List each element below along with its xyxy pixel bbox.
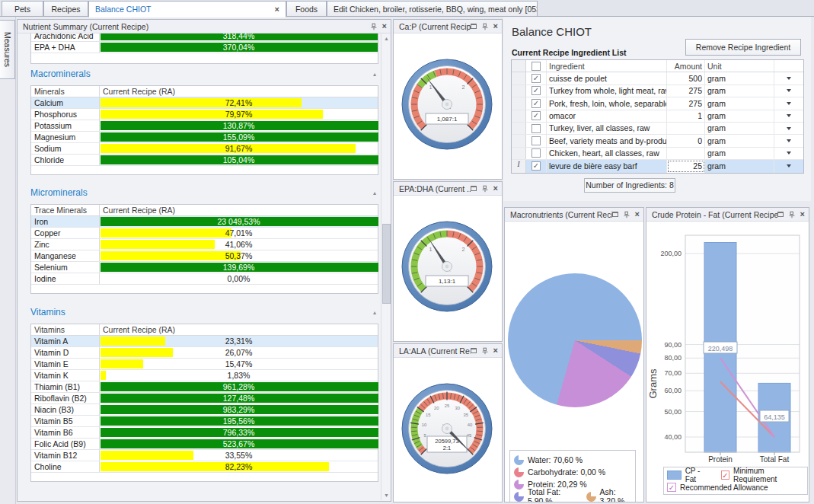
legend-checkbox-recommended-allowance[interactable]: ✓: [667, 483, 676, 492]
left-dock-strip: Measures: [0, 17, 16, 504]
tab-edit-chicken-food[interactable]: Edit Chicken, broiler, rotisserie, BBQ, …: [327, 1, 538, 17]
tab-foods[interactable]: Foods: [286, 1, 327, 17]
ingredient-row-levure-de-bi-re-easy-barf[interactable]: I✓levure de bière easy barf25gram: [512, 160, 803, 172]
nutrient-row-thiamin-b1[interactable]: Thiamin (B1)961,28%: [31, 381, 378, 393]
nutrient-row-iron[interactable]: Iron23 049,53%: [31, 216, 378, 228]
include-checkbox[interactable]: [531, 124, 541, 133]
collapse-arrow-icon[interactable]: ▴: [373, 309, 376, 316]
nutrient-row-vitamin-b6[interactable]: Vitamin B6796,33%: [31, 427, 378, 439]
sidebar-tab-measures[interactable]: Measures: [0, 20, 15, 79]
nutrient-row-sodium[interactable]: Sodium91,67%: [31, 143, 378, 155]
amount-cell[interactable]: 275: [667, 97, 705, 109]
nutrient-row-choline[interactable]: Choline82,23%: [31, 461, 378, 473]
include-checkbox[interactable]: ✓: [531, 86, 541, 95]
nutrient-value: 50,37%: [100, 250, 378, 261]
pin-icon[interactable]: [788, 211, 796, 219]
amount-cell[interactable]: 0: [667, 135, 705, 146]
maximize-icon[interactable]: [471, 348, 477, 353]
nutrient-row-potassium[interactable]: Potassium130,87%: [31, 120, 378, 132]
pin-icon[interactable]: [370, 23, 378, 30]
vertical-scrollbar[interactable]: ▲▼: [381, 33, 391, 500]
close-icon[interactable]: ×: [493, 23, 498, 30]
pin-icon[interactable]: [623, 211, 630, 219]
tab-close-icon[interactable]: ×: [269, 5, 279, 14]
nutrient-row-chloride[interactable]: Chloride105,04%: [31, 155, 378, 166]
maximize-icon[interactable]: [612, 212, 618, 217]
nutrient-row-magnesium[interactable]: Magnesium155,09%: [31, 132, 378, 143]
nutrient-row-vitamin-b12[interactable]: Vitamin B1233,55%: [31, 450, 378, 461]
close-icon[interactable]: ×: [382, 23, 387, 30]
collapse-arrow-icon[interactable]: ▴: [373, 71, 376, 78]
pin-icon[interactable]: [481, 185, 489, 193]
protein-fat-bar-chart: 40,0050,0060,0070,0080,0090,00200,00220,…: [646, 222, 809, 502]
amount-cell[interactable]: [667, 123, 705, 134]
close-icon[interactable]: ×: [800, 211, 805, 218]
collapse-arrow-icon[interactable]: ▴: [373, 190, 376, 196]
tab-pets[interactable]: Pets: [2, 1, 43, 17]
amount-cell[interactable]: 500: [667, 72, 705, 84]
unit-dropdown[interactable]: [774, 110, 803, 122]
maximize-icon[interactable]: [471, 24, 477, 29]
include-checkbox[interactable]: ✓: [531, 161, 541, 171]
scroll-up-icon[interactable]: ▲: [381, 33, 391, 43]
close-icon[interactable]: ×: [493, 347, 498, 354]
nutrient-value: 47,01%: [100, 228, 378, 238]
maximize-icon[interactable]: [777, 212, 784, 217]
pin-icon[interactable]: [481, 347, 489, 355]
scrollbar-thumb[interactable]: [382, 224, 391, 304]
nutrient-row-vitamin-b5[interactable]: Vitamin B5195,56%: [31, 416, 378, 427]
unit-dropdown[interactable]: [774, 160, 803, 172]
close-icon[interactable]: ×: [635, 211, 640, 218]
include-checkbox[interactable]: ✓: [531, 74, 541, 83]
nutrient-value-cell: 195,56%: [100, 416, 378, 426]
legend-checkbox-minimum-requirement[interactable]: ✓: [721, 471, 729, 480]
unit-dropdown[interactable]: [774, 97, 803, 109]
tab-recipes[interactable]: Recipes: [43, 1, 88, 17]
ingredient-row-omacor[interactable]: ✓omacor1gram: [512, 110, 803, 123]
remove-ingredient-button[interactable]: Remove Recipe Ingredient: [685, 39, 801, 56]
include-checkbox[interactable]: [531, 136, 541, 145]
nutrient-row-niacin-b3[interactable]: Niacin (B3)983,29%: [31, 404, 378, 416]
tab-balance-chiot[interactable]: Balance CHIOT×: [88, 1, 286, 18]
nutrient-row-vitamin-d[interactable]: Vitamin D26,07%: [31, 347, 378, 359]
nutrient-row-arachidonic-acid[interactable]: Arachidonic Acid318,44%: [31, 33, 378, 42]
ingredient-row-pork-fresh-loin-whole-separable-lean[interactable]: ✓Pork, fresh, loin, whole, separable lea…: [512, 97, 803, 110]
unit-dropdown[interactable]: [774, 85, 803, 97]
amount-cell[interactable]: 275: [667, 85, 705, 97]
pin-icon[interactable]: [481, 23, 489, 30]
nutrient-row-iodine[interactable]: Iodine0,00%: [31, 273, 378, 285]
svg-text:10: 10: [422, 423, 426, 427]
ingredient-row-cuisse-de-poulet[interactable]: ✓cuisse de poulet500gram: [512, 72, 803, 85]
maximize-icon[interactable]: [471, 186, 477, 191]
amount-cell[interactable]: [667, 148, 705, 159]
nutrient-row-phosphorus[interactable]: Phosphorus79,97%: [31, 109, 378, 120]
ingredient-row-chicken-heart-all-classes-raw[interactable]: Chicken, heart, all classes, rawgram: [512, 148, 803, 160]
ingredient-row-turkey-liver-all-classes-raw[interactable]: Turkey, liver, all classes, rawgram: [512, 123, 803, 135]
nutrient-row-riboflavin-b2[interactable]: Riboflavin (B2)127,48%: [31, 393, 378, 404]
nutrient-row-folic-acid-b9[interactable]: Folic Acid (B9)523,67%: [31, 439, 378, 450]
nutrient-row-epa-dha[interactable]: EPA + DHA370,04%: [31, 42, 378, 53]
ingredient-row-beef-variety-meats-and-by-products[interactable]: Beef, variety meats and by-products, ...…: [512, 135, 803, 147]
include-checkbox[interactable]: ✓: [531, 99, 541, 108]
nutrient-row-selenium[interactable]: Selenium139,69%: [31, 262, 378, 273]
unit-dropdown[interactable]: [774, 72, 803, 84]
amount-cell[interactable]: 1: [667, 110, 705, 122]
nutrient-row-vitamin-a[interactable]: Vitamin A23,31%: [31, 336, 378, 347]
ingredient-row-turkey-from-whole-light-meat-raw[interactable]: ✓Turkey from whole, light meat, raw275gr…: [512, 85, 803, 97]
nutrient-row-calcium[interactable]: Calcium72,41%: [31, 97, 378, 109]
scroll-down-icon[interactable]: ▼: [381, 490, 391, 500]
nutrient-row-manganese[interactable]: Manganese50,37%: [31, 250, 378, 262]
select-all-checkbox[interactable]: [531, 62, 541, 71]
unit-dropdown[interactable]: [774, 135, 803, 146]
nutrient-row-copper[interactable]: Copper47,01%: [31, 228, 378, 239]
nutrient-row-vitamin-k[interactable]: Vitamin K1,83%: [31, 370, 378, 381]
close-icon[interactable]: ×: [493, 185, 498, 192]
include-checkbox[interactable]: [531, 148, 541, 158]
include-checkbox[interactable]: ✓: [531, 111, 541, 120]
nutrient-row-zinc[interactable]: Zinc41,06%: [31, 239, 378, 250]
unit-dropdown[interactable]: [774, 148, 803, 159]
amount-cell[interactable]: 25: [667, 160, 705, 172]
epa-dha-gauge-body: 01231,13:1: [394, 196, 502, 341]
nutrient-row-vitamin-e[interactable]: Vitamin E15,47%: [31, 359, 378, 370]
unit-dropdown[interactable]: [774, 123, 803, 134]
